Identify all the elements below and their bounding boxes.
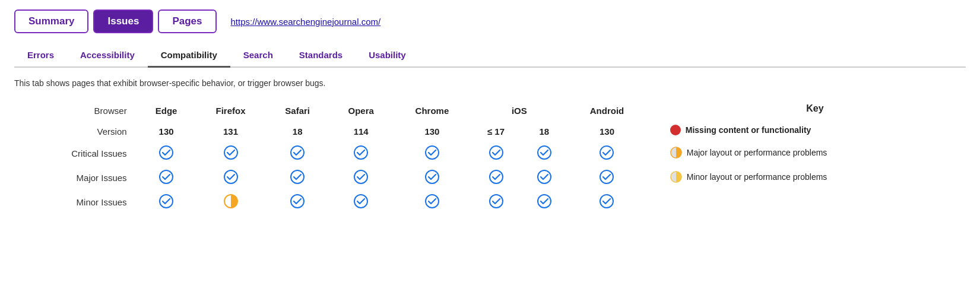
minor-android (567, 190, 646, 214)
critical-safari (266, 141, 329, 166)
check-icon (424, 194, 440, 209)
svg-point-14 (426, 170, 439, 183)
check-icon (537, 194, 552, 209)
svg-point-17 (600, 170, 613, 183)
minor-opera (329, 190, 393, 214)
key-title: Key (670, 103, 960, 114)
version-firefox: 131 (195, 121, 267, 141)
check-icon (489, 169, 504, 185)
critical-chrome (393, 141, 471, 166)
version-android: 130 (567, 121, 646, 141)
check-icon (290, 169, 305, 185)
tab-errors[interactable]: Errors (14, 44, 67, 68)
half-moon-icon (223, 194, 239, 209)
browser-chrome: Chrome (393, 100, 471, 121)
check-icon (537, 145, 552, 160)
minor-ios17 (471, 190, 521, 214)
minor-edge (138, 190, 195, 214)
svg-point-0 (160, 146, 173, 159)
critical-issues-label: Critical Issues (14, 141, 138, 166)
critical-opera (329, 141, 393, 166)
tab-compatibility[interactable]: Compatibility (148, 44, 230, 68)
check-icon (424, 169, 440, 185)
svg-point-13 (354, 170, 367, 183)
compat-table: Browser Edge Firefox Safari Opera Chrome… (14, 100, 966, 214)
critical-ios17 (471, 141, 521, 166)
svg-point-2 (291, 146, 304, 159)
check-icon (353, 169, 369, 185)
minor-chrome (393, 190, 471, 214)
critical-ios18 (521, 141, 568, 166)
svg-point-4 (426, 146, 439, 159)
svg-point-26 (538, 195, 551, 208)
major-edge (138, 166, 195, 190)
check-icon (290, 194, 305, 209)
major-android (567, 166, 646, 190)
svg-point-5 (490, 146, 503, 159)
key-header-spacer: Key (646, 100, 966, 121)
browser-firefox: Firefox (195, 100, 267, 121)
key-item-minor: Minor layout or performance problems (670, 171, 960, 183)
major-firefox (195, 166, 267, 190)
tab-standards[interactable]: Standards (286, 44, 356, 68)
svg-point-10 (160, 170, 173, 183)
svg-point-16 (538, 170, 551, 183)
tab-search[interactable]: Search (230, 44, 286, 68)
pages-button[interactable]: Pages (158, 9, 216, 33)
version-edge: 130 (138, 121, 195, 141)
check-icon (599, 169, 614, 185)
critical-android (567, 141, 646, 166)
issues-button[interactable]: Issues (93, 9, 153, 33)
svg-point-6 (538, 146, 551, 159)
summary-button[interactable]: Summary (14, 9, 88, 33)
svg-point-23 (354, 195, 367, 208)
key-item-missing: Missing content or functionality (670, 125, 960, 135)
minor-ios18 (521, 190, 568, 214)
half-yellow-icon (670, 171, 682, 183)
svg-point-7 (600, 146, 613, 159)
site-url-link[interactable]: https://www.searchenginejournal.com/ (231, 17, 381, 27)
minor-firefox (195, 190, 267, 214)
check-icon (424, 145, 440, 160)
minor-issues-row: Minor Issues (14, 190, 966, 214)
svg-point-15 (490, 170, 503, 183)
check-icon (158, 145, 174, 160)
check-icon (290, 145, 305, 160)
key-item-1-cell: Missing content or functionality (646, 121, 966, 141)
svg-point-1 (224, 146, 237, 159)
svg-point-12 (291, 170, 304, 183)
half-orange-icon (670, 147, 682, 158)
browser-header-row: Browser Edge Firefox Safari Opera Chrome… (14, 100, 966, 121)
version-chrome: 130 (393, 121, 471, 141)
key-minor-spacer (646, 190, 966, 214)
critical-firefox (195, 141, 267, 166)
key-item-major: Major layout or performance problems (670, 147, 960, 158)
key-item-2-cell: Major layout or performance problems (646, 141, 966, 166)
key-item-minor-label: Minor layout or performance problems (687, 172, 827, 182)
key-item-3-cell: Minor layout or performance problems (646, 166, 966, 190)
minor-issues-label: Minor Issues (14, 190, 138, 214)
tabs-container: Errors Accessibility Compatibility Searc… (14, 44, 966, 68)
browser-safari: Safari (266, 100, 329, 121)
red-circle-icon (670, 125, 681, 135)
tab-accessibility[interactable]: Accessibility (67, 44, 148, 68)
check-icon (599, 194, 614, 209)
svg-point-25 (490, 195, 503, 208)
svg-point-27 (600, 195, 613, 208)
browser-ios: iOS (471, 100, 568, 121)
check-icon (537, 169, 552, 185)
version-ios-17: ≤ 17 (471, 121, 521, 141)
check-icon (353, 145, 369, 160)
tab-usability[interactable]: Usability (356, 44, 419, 68)
version-opera: 114 (329, 121, 393, 141)
svg-point-11 (224, 170, 237, 183)
major-issues-label: Major Issues (14, 166, 138, 190)
major-chrome (393, 166, 471, 190)
check-icon (158, 194, 174, 209)
critical-edge (138, 141, 195, 166)
svg-point-3 (354, 146, 367, 159)
major-opera (329, 166, 393, 190)
tab-description: This tab shows pages that exhibit browse… (14, 78, 966, 88)
major-ios18 (521, 166, 568, 190)
key-item-major-label: Major layout or performance problems (687, 148, 827, 157)
